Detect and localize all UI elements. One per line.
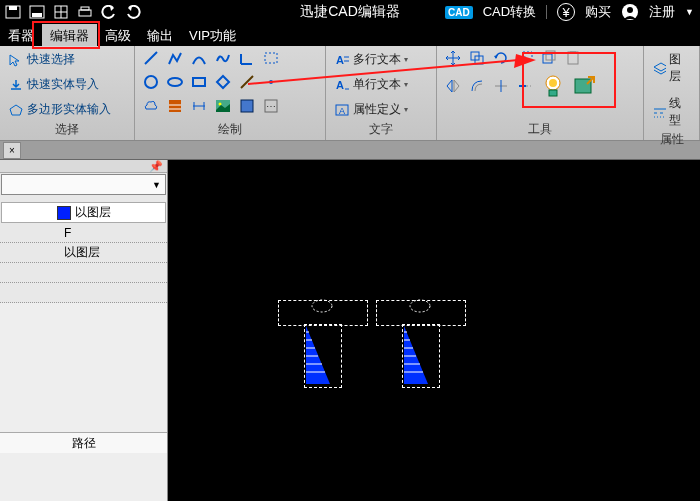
- svg-rect-8: [81, 7, 89, 10]
- svg-point-74: [410, 300, 430, 312]
- multiline-text-button[interactable]: A 多行文本 ▾: [332, 50, 410, 69]
- svg-text:A: A: [336, 54, 344, 66]
- doc-tabstrip: ×: [0, 141, 700, 160]
- svg-point-14: [145, 76, 157, 88]
- line-icon[interactable]: [141, 48, 161, 68]
- svg-marker-59: [306, 326, 330, 384]
- linetype-button[interactable]: 线型: [650, 94, 689, 130]
- svg-rect-52: [549, 90, 557, 96]
- svg-marker-17: [217, 76, 229, 88]
- spline-icon[interactable]: [213, 48, 233, 68]
- svg-rect-3: [32, 13, 42, 17]
- tab-viewer[interactable]: 看器: [0, 24, 42, 46]
- linetype-icon: [652, 105, 666, 119]
- register-link[interactable]: 注册: [649, 3, 675, 21]
- circle-icon[interactable]: [141, 72, 161, 92]
- svg-rect-43: [546, 51, 555, 60]
- property-row-empty1[interactable]: [0, 263, 167, 283]
- svg-point-66: [312, 300, 332, 312]
- rotate-icon[interactable]: [491, 48, 511, 68]
- property-row-f[interactable]: F: [0, 223, 167, 243]
- color-chip: [57, 206, 71, 220]
- svg-text:A: A: [339, 106, 345, 116]
- tab-editor[interactable]: 编辑器: [42, 24, 97, 46]
- titlebar: 迅捷CAD编辑器 CAD CAD转换 ¥ 购买 注册 ▼: [0, 0, 700, 24]
- undo-icon[interactable]: [100, 4, 118, 20]
- cad-convert-link[interactable]: CAD转换: [483, 3, 536, 21]
- polygon-icon: [8, 103, 24, 117]
- copy-icon[interactable]: [467, 48, 487, 68]
- dropdown-icon[interactable]: ▼: [685, 7, 694, 17]
- save-icon[interactable]: [4, 4, 22, 20]
- group-select-label: 选择: [6, 120, 128, 139]
- svg-point-19: [269, 80, 273, 84]
- close-tab-button[interactable]: ×: [3, 142, 21, 159]
- tool-stamp-icon[interactable]: [539, 72, 567, 100]
- properties-panel: 📌 ▼ 以图层 F 以图层 路径: [0, 160, 168, 501]
- scale-icon[interactable]: [515, 48, 535, 68]
- tab-advanced[interactable]: 高级: [97, 24, 139, 46]
- grid-icon[interactable]: [52, 4, 70, 20]
- more-icon[interactable]: ⋯: [261, 96, 281, 116]
- tab-output[interactable]: 输出: [139, 24, 181, 46]
- svg-rect-7: [79, 10, 91, 16]
- paste-icon[interactable]: [563, 48, 583, 68]
- group-draw-label: 绘制: [141, 120, 319, 139]
- svg-point-51: [549, 79, 557, 87]
- offset-icon[interactable]: [467, 76, 487, 96]
- diamond-icon[interactable]: [213, 72, 233, 92]
- cursor-icon: [8, 53, 24, 67]
- color-bylayer-row[interactable]: 以图层: [1, 202, 166, 223]
- image-icon[interactable]: [213, 96, 233, 116]
- group-tools-label: 工具: [443, 120, 637, 139]
- polyline-icon[interactable]: [165, 48, 185, 68]
- hatch-icon[interactable]: [165, 96, 185, 116]
- save-as-icon[interactable]: [28, 4, 46, 20]
- svg-rect-20: [169, 100, 181, 112]
- redo-icon[interactable]: [124, 4, 142, 20]
- pin-icon[interactable]: 📌: [149, 160, 163, 173]
- svg-rect-1: [9, 6, 17, 10]
- svg-rect-28: [241, 100, 253, 112]
- extend-icon[interactable]: [515, 76, 535, 96]
- arc-icon[interactable]: [189, 48, 209, 68]
- text-multi-icon: A: [334, 53, 350, 67]
- layer-button[interactable]: 图层: [650, 50, 689, 86]
- trim-icon[interactable]: [491, 76, 511, 96]
- property-row-bylayer[interactable]: 以图层: [0, 243, 167, 263]
- cloud-icon[interactable]: [141, 96, 161, 116]
- angle-icon[interactable]: [237, 48, 257, 68]
- svg-rect-13: [265, 53, 277, 63]
- svg-rect-45: [570, 51, 576, 54]
- tool-export-icon[interactable]: [571, 72, 599, 100]
- svg-rect-16: [193, 78, 205, 86]
- yen-icon[interactable]: ¥: [557, 3, 575, 21]
- line2-icon[interactable]: [237, 72, 257, 92]
- point-icon[interactable]: [261, 72, 281, 92]
- chevron-down-icon: ▾: [404, 55, 408, 64]
- svg-rect-42: [543, 54, 552, 63]
- block-icon[interactable]: [237, 96, 257, 116]
- tab-vip[interactable]: VIP功能: [181, 24, 244, 46]
- mirror-icon[interactable]: [443, 76, 463, 96]
- svg-point-10: [627, 7, 633, 13]
- svg-line-18: [241, 76, 253, 88]
- property-row-empty2[interactable]: [0, 283, 167, 303]
- quick-select-button[interactable]: 快速选择: [6, 50, 113, 69]
- copy2-icon[interactable]: [539, 48, 559, 68]
- polygon-input-button[interactable]: 多边形实体输入: [6, 100, 113, 119]
- attr-def-button[interactable]: A 属性定义 ▾: [332, 100, 410, 119]
- svg-line-12: [145, 52, 157, 64]
- buy-link[interactable]: 购买: [585, 3, 611, 21]
- print-icon[interactable]: [76, 4, 94, 20]
- quick-import-button[interactable]: 快速实体导入: [6, 75, 113, 94]
- property-dropdown[interactable]: ▼: [1, 174, 166, 195]
- rect-dash-icon[interactable]: [261, 48, 281, 68]
- user-icon[interactable]: [621, 3, 639, 21]
- ellipse-icon[interactable]: [165, 72, 185, 92]
- rect-icon[interactable]: [189, 72, 209, 92]
- dimension-icon[interactable]: [189, 96, 209, 116]
- singleline-text-button[interactable]: A 单行文本 ▾: [332, 75, 410, 94]
- drawing-canvas[interactable]: [168, 160, 700, 501]
- move-icon[interactable]: [443, 48, 463, 68]
